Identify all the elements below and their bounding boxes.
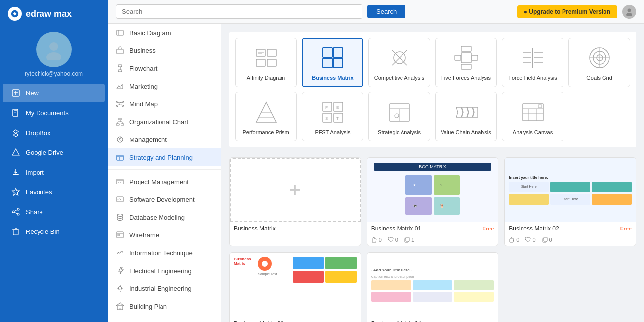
diagram-type-strategic-analysis[interactable]: Strategic Analysis [368, 92, 430, 141]
sidebar-item-import[interactable]: Import [3, 163, 105, 182]
svg-rect-83 [461, 46, 471, 51]
software-development-icon [116, 195, 124, 204]
template-bm02-hearts: 0 [525, 237, 535, 243]
svg-point-31 [117, 101, 118, 103]
my-documents-icon [11, 108, 21, 118]
svg-rect-122 [405, 175, 432, 195]
sidebar: edraw max rytechick@yahoo.com New My Doc… [0, 0, 108, 322]
diagram-type-pest-analysis[interactable]: P E S T PEST Analysis [302, 92, 363, 141]
nav-flowchart[interactable]: Flowchart [108, 59, 221, 77]
svg-rect-125 [434, 197, 460, 215]
svg-point-60 [117, 214, 123, 217]
search-input[interactable] [116, 4, 362, 19]
left-nav: Basic Diagram Business Flowchart Marketi… [108, 24, 221, 322]
svg-rect-73 [323, 48, 332, 57]
nav-basic-diagram[interactable]: Basic Diagram [108, 24, 221, 42]
value-chain-analysis-icon [454, 100, 479, 125]
sidebar-item-new[interactable]: New [3, 84, 105, 102]
nav-wireframe-label: Wireframe [129, 231, 159, 239]
nav-industrial-engineering[interactable]: Industrial Engineering [108, 279, 221, 297]
sidebar-item-my-documents[interactable]: My Documents [3, 103, 105, 122]
svg-rect-25 [118, 65, 122, 67]
template-business-matrix-04[interactable]: · Add Your Title Here · Caption text and… [367, 252, 499, 322]
template-blank-thumb: + [230, 158, 361, 222]
strategy-planning-icon [116, 153, 124, 162]
user-avatar-top[interactable] [622, 5, 636, 19]
flowchart-icon [116, 64, 124, 73]
diagram-type-analysis-canvas[interactable]: Analysis Canvas [502, 92, 564, 141]
upgrade-button[interactable]: ● Upgrade to Premium Version [517, 5, 617, 18]
import-icon [11, 167, 21, 177]
svg-rect-123 [434, 175, 460, 195]
app-name: edraw max [26, 9, 72, 19]
svg-rect-26 [118, 70, 122, 72]
nav-electrical-engineering-label: Electrical Engineering [129, 267, 192, 275]
nav-marketing[interactable]: Marketing [108, 77, 221, 95]
nav-database-modeling-label: Database Modeling [129, 214, 185, 221]
basic-diagram-icon [116, 28, 124, 37]
value-chain-analysis-label: Value Chain Analysis [441, 129, 491, 136]
nav-project-management[interactable]: Project Management [108, 173, 221, 190]
template-blank[interactable]: + Business Matrix [229, 157, 361, 246]
template-bm02-thumb: Insert your title here. Start Here Start… [505, 158, 636, 222]
nav-business[interactable]: Business [108, 42, 221, 59]
strategic-analysis-icon [387, 100, 412, 125]
diagram-type-affinity-diagram[interactable]: Affinity Diagram [235, 38, 297, 87]
svg-rect-133 [544, 237, 547, 241]
nav-software-development[interactable]: Software Development [108, 190, 221, 208]
nav-mind-map[interactable]: Mind Map [108, 95, 221, 113]
template-bcg-hearts: 0 [388, 237, 398, 243]
template-blank-name: Business Matrix [234, 225, 276, 232]
nav-building-plan[interactable]: Building Plan [108, 297, 221, 315]
nav-wireframe[interactable]: Wireframe [108, 226, 221, 244]
business-icon [116, 46, 124, 55]
nav-electrical-engineering[interactable]: Electrical Engineering [108, 262, 221, 279]
svg-text:★: ★ [413, 184, 416, 187]
sidebar-item-favorites[interactable]: Favorites [3, 183, 105, 201]
template-business-matrix-02[interactable]: Insert your title here. Start Here Start… [504, 157, 636, 246]
nav-basic-diagram-label: Basic Diagram [129, 29, 171, 37]
svg-rect-69 [267, 49, 276, 56]
nav-project-management-label: Project Management [129, 178, 189, 185]
nav-strategy-planning[interactable]: Strategy and Planning [108, 148, 221, 166]
svg-text:🐕: 🐕 [440, 204, 444, 208]
svg-rect-116 [523, 104, 543, 121]
sidebar-item-new-label: New [26, 90, 39, 97]
diagram-type-business-matrix[interactable]: Business Matrix [302, 38, 363, 87]
content-split: Basic Diagram Business Flowchart Marketi… [108, 24, 644, 322]
svg-text:S: S [325, 116, 328, 121]
svg-rect-70 [267, 59, 276, 66]
svg-rect-75 [323, 58, 332, 68]
svg-rect-66 [119, 308, 121, 310]
svg-text:🐄: 🐄 [413, 204, 417, 208]
user-avatar [36, 32, 72, 67]
nav-management[interactable]: Management [108, 131, 221, 148]
nav-information-technique[interactable]: Information Technique [108, 244, 221, 262]
diagram-type-force-field-analysis[interactable]: Force Field Analysis [502, 38, 564, 87]
competitive-analysis-label: Competitive Analysis [374, 74, 425, 81]
template-bcg-matrix[interactable]: BCG MATRIX ★ ? 🐄 🐕 Bus [367, 157, 499, 246]
building-plan-icon [116, 302, 124, 311]
diagram-type-performance-prism[interactable]: Performance Prism [235, 92, 297, 141]
template-business-matrix-03[interactable]: Business Matrix Sample Text [229, 252, 361, 322]
diagram-type-competitive-analysis[interactable]: Competitive Analysis [368, 38, 430, 87]
svg-marker-9 [12, 149, 19, 155]
diagram-type-five-forces-analysis[interactable]: Five Forces Analysis [435, 38, 497, 87]
svg-rect-68 [256, 59, 265, 66]
sidebar-item-dropbox[interactable]: DropBox [3, 123, 105, 142]
svg-rect-7 [14, 110, 17, 111]
svg-line-35 [118, 102, 119, 103]
diagram-type-goals-grid[interactable]: Goals Grid [568, 38, 630, 87]
sidebar-item-recycle-bin[interactable]: Recycle Bin [3, 222, 105, 241]
google-drive-icon [11, 147, 21, 157]
project-management-icon [116, 177, 124, 186]
nav-database-modeling[interactable]: Database Modeling [108, 208, 221, 226]
sidebar-item-google-drive[interactable]: Google Drive [3, 143, 105, 162]
nav-org-chart[interactable]: Organizational Chart [108, 113, 221, 131]
template-bcg-info: Business Matrix 01 Free [367, 222, 498, 235]
sidebar-item-share[interactable]: Share [3, 202, 105, 221]
diagram-type-value-chain-analysis[interactable]: Value Chain Analysis [435, 92, 497, 141]
analysis-canvas-label: Analysis Canvas [513, 129, 553, 136]
search-button[interactable]: Search [367, 5, 405, 18]
pest-analysis-icon: P E S T [321, 100, 345, 125]
